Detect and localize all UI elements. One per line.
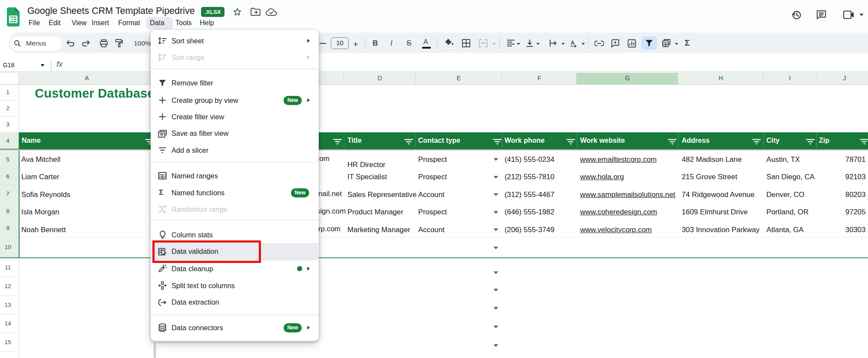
svg-text:A: A [571, 39, 575, 46]
